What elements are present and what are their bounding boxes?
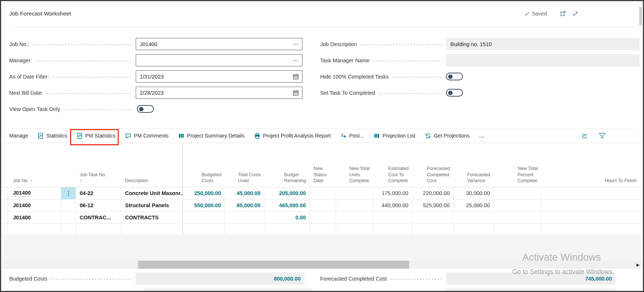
cell-new-total-percent-complete[interactable] (494, 224, 541, 235)
job-no-lookup-icon[interactable]: ... (292, 40, 302, 48)
cell-new-status-date[interactable] (310, 187, 336, 199)
cell-description[interactable]: Structural Panels (121, 199, 183, 212)
hide-100-completed-tasks-toggle[interactable] (446, 73, 463, 80)
cell-estimated-cost-to-complete[interactable]: 175,000.00 (373, 187, 412, 199)
projection-list-button[interactable]: Projection List (374, 133, 415, 139)
horizontal-scrollbar[interactable]: ▶ (2, 261, 642, 269)
column-header-estimated-cost-to-complete[interactable]: Estimated Cost To Complete (373, 143, 412, 187)
calendar-icon[interactable] (291, 73, 302, 80)
cell-new-total-percent-complete[interactable] (494, 187, 541, 199)
cell-new-total-percent-complete[interactable] (494, 199, 541, 212)
cell-job-no[interactable]: J01400 (8, 199, 61, 212)
column-header-budget-remaining[interactable]: Budget Remaining (264, 143, 310, 187)
get-projections-button[interactable]: Get Projections (425, 133, 470, 139)
manager-input[interactable] (136, 58, 292, 63)
job-no-input[interactable] (136, 41, 292, 47)
cell-new-total-percent-complete[interactable] (494, 212, 541, 224)
budgeted-costs-total-field[interactable]: 800,000.00 (136, 272, 304, 285)
cell-forecasted-completed-cost[interactable] (412, 212, 454, 224)
cell-hours-to-finish[interactable] (541, 224, 642, 235)
cell-forecasted-variance[interactable]: 30,000.00 (454, 187, 494, 199)
cell-forecasted-completed-cost[interactable]: 525,000.00 (412, 199, 454, 212)
column-header-hours-to-finish[interactable]: Hours To Finish (541, 143, 642, 187)
as-of-date-filter-input[interactable] (136, 74, 291, 80)
cell-new-total-units-complete[interactable] (336, 199, 373, 212)
column-header-new-status-date[interactable]: New Status Date (310, 143, 336, 187)
cell-budget-remaining[interactable]: 465,000.00 (264, 199, 310, 212)
job-no-field[interactable]: ... (136, 38, 302, 50)
pm-comments-button[interactable]: PM Comments (125, 133, 169, 139)
cell-job-task-no[interactable]: CONTRAC... (76, 212, 121, 224)
statistics-button[interactable]: Statistics (38, 133, 67, 139)
cell-budgeted-costs[interactable]: 550,000.00 (183, 199, 225, 212)
cell-estimated-cost-to-complete[interactable] (373, 224, 412, 235)
cell-forecasted-completed-cost[interactable]: 220,000.00 (412, 187, 454, 199)
column-header-description[interactable]: Description (121, 143, 183, 187)
column-header-forecasted-variance[interactable]: Forecasted Variance (454, 143, 494, 187)
cell-new-status-date[interactable] (310, 212, 336, 224)
column-header-new-total-units-complete[interactable]: New Total Units Complete (336, 143, 373, 187)
manage-button[interactable]: Manage (9, 133, 28, 139)
column-header-total-costs-used[interactable]: Total Costs Used (225, 143, 264, 187)
project-summary-details-button[interactable]: Project Summary Details (178, 133, 245, 139)
cell-budgeted-costs[interactable] (183, 212, 225, 224)
cell-hours-to-finish[interactable] (541, 199, 642, 212)
cell-job-task-no[interactable] (76, 224, 121, 235)
cell-description[interactable]: Concrete Unit Masonr... (121, 187, 183, 199)
cell-total-costs-used[interactable] (225, 212, 264, 224)
horizontal-scrollbar-thumb[interactable] (138, 261, 409, 269)
vertical-scrollbar-thumb[interactable] (639, 7, 642, 25)
collapse-page-icon[interactable] (572, 10, 579, 17)
cell-forecasted-variance[interactable] (454, 212, 494, 224)
cell-description[interactable]: CONTRACTS (121, 212, 183, 224)
cell-total-costs-used[interactable]: 45,000.00 (225, 187, 264, 199)
pm-statistics-button[interactable]: PM Statistics (77, 133, 115, 139)
cell-budget-remaining[interactable]: 0.00 (264, 212, 310, 224)
manager-field[interactable]: ... (136, 54, 302, 66)
next-bill-date-field[interactable] (136, 87, 302, 99)
cell-total-costs-used[interactable]: 85,000.00 (225, 199, 264, 212)
forecasted-completed-cost-total-field[interactable]: 745,000.00 (446, 272, 616, 285)
row-menu-cell[interactable] (61, 212, 76, 224)
cell-job-no[interactable]: J01400 (8, 212, 61, 224)
share-icon[interactable] (581, 132, 589, 139)
cell-new-total-units-complete[interactable] (336, 212, 373, 224)
cell-new-total-units-complete[interactable] (336, 187, 373, 199)
view-open-task-only-toggle[interactable] (137, 105, 154, 113)
column-header-job-task-no[interactable]: Job Task No. ↑ (76, 143, 121, 187)
cell-new-total-units-complete[interactable] (336, 224, 373, 235)
cell-new-status-date[interactable] (310, 224, 336, 235)
cell-budget-remaining[interactable]: 205,000.00 (264, 187, 310, 199)
as-of-date-filter-field[interactable] (136, 70, 302, 83)
cell-forecasted-variance[interactable]: 25,000.00 (454, 199, 494, 212)
cell-total-costs-used[interactable] (225, 224, 264, 235)
cell-job-no[interactable] (8, 224, 61, 235)
cell-estimated-cost-to-complete[interactable] (373, 212, 412, 224)
row-menu-button[interactable]: ⋮ (61, 187, 76, 199)
cell-budgeted-costs[interactable] (183, 224, 225, 235)
scroll-right-icon[interactable]: ▶ (637, 263, 640, 267)
cell-budget-remaining[interactable] (264, 224, 310, 235)
toolbar-overflow-button[interactable]: ... (479, 133, 485, 139)
column-header-new-total-percent-complete[interactable]: New Total Percent Complete (494, 143, 541, 187)
cell-new-status-date[interactable] (310, 199, 336, 212)
project-profit-analysis-report-button[interactable]: Project Profit Analysis Report (254, 133, 331, 139)
column-header-forecasted-completed-cost[interactable]: Forecasted Completed Cost (412, 143, 454, 187)
cell-job-task-no[interactable]: 04-22 (76, 187, 121, 199)
row-menu-cell[interactable] (61, 224, 76, 235)
cell-description[interactable] (121, 224, 183, 235)
calendar-icon[interactable] (291, 90, 302, 96)
cell-budgeted-costs[interactable]: 250,000.00 (183, 187, 225, 199)
set-task-to-completed-toggle[interactable] (446, 89, 463, 97)
cell-job-no[interactable]: J01400 (8, 187, 61, 199)
cell-forecasted-variance[interactable] (454, 224, 494, 235)
post-button[interactable]: Post... (340, 133, 364, 139)
cell-hours-to-finish[interactable] (541, 212, 642, 224)
cell-job-task-no[interactable]: 06-12 (76, 199, 121, 212)
next-bill-date-input[interactable] (136, 90, 291, 96)
manager-lookup-icon[interactable]: ... (292, 56, 302, 64)
cell-forecasted-completed-cost[interactable] (412, 224, 454, 235)
filter-icon[interactable] (598, 132, 606, 139)
column-header-job-no[interactable]: Job No. ↑ (8, 143, 61, 187)
cell-hours-to-finish[interactable] (541, 187, 642, 199)
